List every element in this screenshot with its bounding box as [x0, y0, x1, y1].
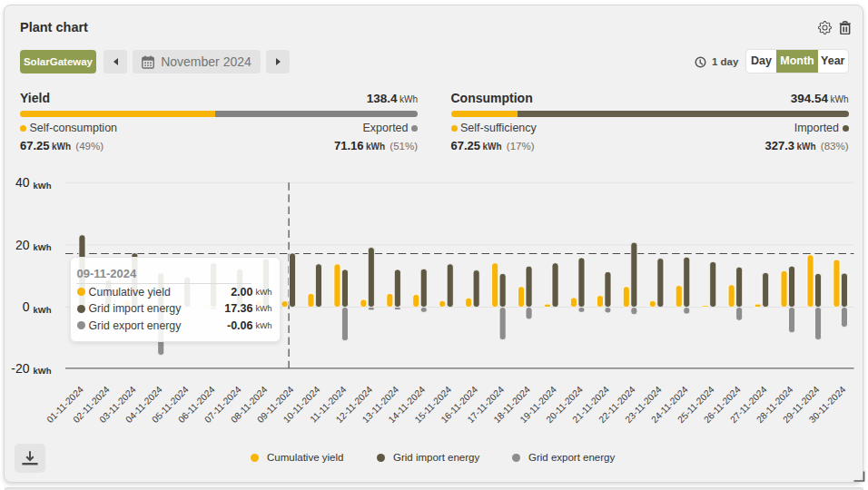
- svg-text:40: 40: [15, 175, 30, 190]
- svg-text:kWh: kWh: [34, 242, 52, 252]
- svg-text:0: 0: [23, 299, 30, 314]
- svg-text:kWh: kWh: [34, 305, 52, 315]
- svg-text:-20: -20: [11, 361, 29, 376]
- svg-text:kWh: kWh: [34, 366, 52, 376]
- svg-text:kWh: kWh: [34, 181, 52, 191]
- svg-text:20: 20: [15, 238, 30, 252]
